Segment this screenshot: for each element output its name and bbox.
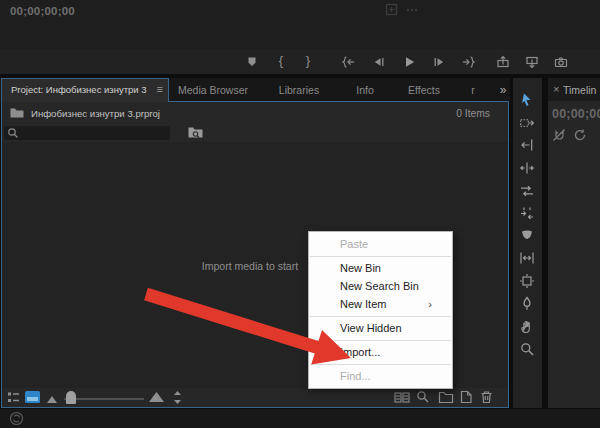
- zoom-in-icon[interactable]: [149, 392, 164, 402]
- selection-tool[interactable]: [519, 92, 535, 108]
- zoom-slider-track[interactable]: [64, 398, 144, 400]
- track-select-forward-tool[interactable]: [519, 115, 535, 131]
- zoom-tool[interactable]: [519, 341, 535, 357]
- lift-icon[interactable]: [495, 54, 511, 70]
- automate-to-sequence-icon[interactable]: [394, 391, 411, 404]
- ripple-edit-tool[interactable]: [519, 137, 535, 153]
- transform-tool[interactable]: [519, 273, 535, 289]
- zoom-out-icon[interactable]: [47, 396, 57, 403]
- search-icon: [7, 127, 19, 139]
- timeline-tab[interactable]: × Timelin: [548, 78, 600, 101]
- search-bin-icon[interactable]: [187, 126, 204, 139]
- go-to-out-icon[interactable]: [460, 54, 476, 70]
- linked-selection-icon[interactable]: [573, 128, 587, 142]
- slide-tool[interactable]: [519, 250, 535, 266]
- tab-info[interactable]: Info: [356, 84, 374, 96]
- menu-item-view-hidden[interactable]: View Hidden: [309, 319, 452, 337]
- sort-icon[interactable]: [172, 390, 183, 405]
- play-icon[interactable]: [401, 54, 417, 70]
- rolling-edit-tool[interactable]: [519, 160, 535, 176]
- timeline-panel: × Timelin 00;00;00;00: [548, 78, 600, 408]
- items-count: 0 Items: [456, 108, 490, 119]
- tab-effects[interactable]: Effects: [408, 84, 440, 96]
- extract-icon[interactable]: [524, 54, 540, 70]
- monitor-settings-icon[interactable]: [385, 3, 398, 16]
- menu-separator: [310, 364, 451, 365]
- list-view-icon[interactable]: [7, 391, 20, 404]
- project-file-name: Инфобизнес изнутри 3.prproj: [31, 108, 160, 119]
- menu-separator: [310, 340, 451, 341]
- menu-item-find: Find...: [309, 367, 452, 385]
- mark-in-icon[interactable]: {: [273, 53, 289, 68]
- project-file-row[interactable]: Инфобизнес изнутри 3.prproj 0 Items: [2, 102, 508, 124]
- tools-panel: [513, 78, 542, 408]
- program-monitor: 00;00;00;00 { }: [0, 0, 600, 74]
- panel-menu-icon[interactable]: ≡: [157, 83, 163, 95]
- menu-item-import[interactable]: Import...: [309, 343, 452, 361]
- find-icon[interactable]: [416, 390, 430, 404]
- tab-media-browser[interactable]: Media Browser: [178, 84, 248, 96]
- step-back-icon[interactable]: [371, 54, 387, 70]
- pen-tool[interactable]: [519, 296, 535, 312]
- hand-tool[interactable]: [519, 319, 535, 335]
- tab-overflow-icon[interactable]: »: [500, 83, 507, 97]
- app-status-strip: [0, 409, 600, 428]
- search-row: [2, 124, 508, 142]
- snap-icon[interactable]: [552, 128, 566, 142]
- add-marker-icon[interactable]: [244, 54, 260, 70]
- monitor-timecode: 00;00;00;00: [10, 5, 75, 17]
- step-forward-icon[interactable]: [431, 54, 447, 70]
- go-to-in-icon[interactable]: [341, 54, 357, 70]
- search-input[interactable]: [4, 126, 170, 140]
- monitor-options-icon[interactable]: [404, 6, 420, 14]
- context-menu: Paste New Bin New Search Bin New Item› V…: [308, 231, 453, 389]
- mark-out-icon[interactable]: }: [300, 53, 316, 68]
- menu-item-new-item[interactable]: New Item›: [309, 295, 452, 313]
- sync-status-icon[interactable]: [9, 411, 24, 426]
- razor-tool[interactable]: [519, 228, 535, 244]
- export-frame-icon[interactable]: [553, 54, 569, 70]
- delete-icon[interactable]: [480, 390, 493, 404]
- tab-truncated[interactable]: r: [471, 84, 475, 96]
- icon-view-icon[interactable]: [25, 391, 40, 403]
- new-item-icon[interactable]: [459, 390, 473, 404]
- tab-project[interactable]: Project: Инфобизнес изнутри 3 ≡: [1, 78, 169, 102]
- submenu-arrow-icon: ›: [428, 295, 432, 313]
- tab-libraries[interactable]: Libraries: [279, 84, 319, 96]
- menu-item-new-search-bin[interactable]: New Search Bin: [309, 277, 452, 295]
- premiere-window: 00;00;00;00 { }: [0, 0, 600, 428]
- close-icon[interactable]: ×: [553, 83, 559, 95]
- menu-separator: [310, 316, 451, 317]
- project-folder-icon: [9, 107, 25, 119]
- new-bin-icon[interactable]: [438, 391, 454, 404]
- project-status-bar: [2, 388, 508, 407]
- rate-stretch-tool[interactable]: [519, 183, 535, 199]
- timeline-timecode: 00;00;00;00: [552, 107, 600, 121]
- slip-tool[interactable]: [519, 205, 535, 221]
- zoom-slider-handle[interactable]: [66, 391, 76, 404]
- menu-item-new-bin[interactable]: New Bin: [309, 259, 452, 277]
- menu-separator: [310, 256, 451, 257]
- menu-item-paste: Paste: [309, 235, 452, 253]
- timeline-body: 00;00;00;00: [548, 101, 600, 408]
